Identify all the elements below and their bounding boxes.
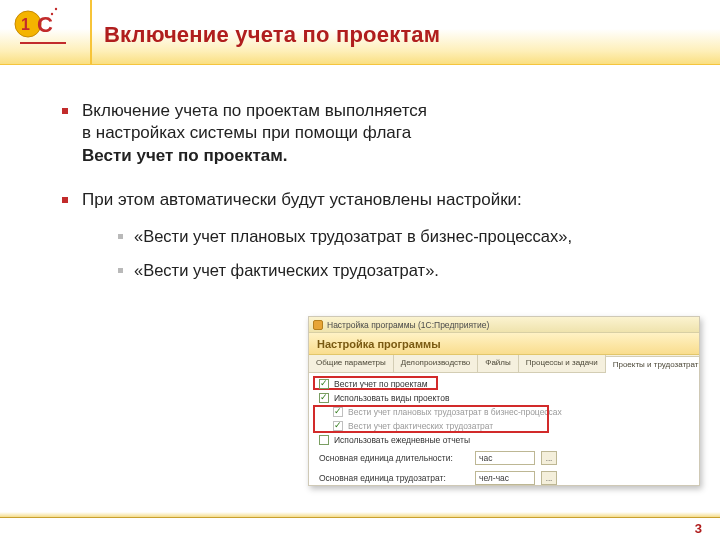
checkbox-label: Вести учет фактических трудозатрат (348, 421, 493, 431)
checkbox-icon (333, 421, 343, 431)
checkbox-project-types[interactable]: Использовать виды проектов (319, 393, 691, 403)
duration-input[interactable]: час (475, 451, 535, 465)
logo-1c: 1 C (14, 6, 74, 56)
labor-input[interactable]: чел-час (475, 471, 535, 485)
svg-point-3 (51, 13, 53, 15)
field-label: Основная единица трудозатрат: (319, 473, 469, 483)
labor-picker-button[interactable]: ... (541, 471, 557, 485)
window-titlebar: Настройка программы (1С:Предприятие) (309, 317, 699, 333)
checkbox-track-projects[interactable]: Вести учет по проектам (319, 379, 691, 389)
header-rule (0, 64, 720, 65)
bullet-1-line-2: в настройках системы при помощи флага (82, 123, 411, 142)
checkbox-label: Использовать виды проектов (334, 393, 449, 403)
header-divider (90, 0, 92, 64)
page-number: 3 (695, 521, 702, 536)
bullet-1-bold: Вести учет по проектам. (82, 146, 288, 165)
field-label: Основная единица длительности: (319, 453, 469, 463)
checkbox-daily-reports[interactable]: Использовать ежедневные отчеты (319, 435, 691, 445)
footer-band (0, 512, 720, 518)
slide-body: Включение учета по проектам выполняется … (54, 100, 690, 303)
duration-picker-button[interactable]: ... (541, 451, 557, 465)
checkbox-icon (319, 435, 329, 445)
settings-panel: Вести учет по проектам Использовать виды… (309, 373, 699, 486)
svg-text:C: C (37, 12, 53, 37)
checkbox-label: Вести учет плановых трудозатрат в бизнес… (348, 407, 562, 417)
bullet-2: При этом автоматически будут установлены… (54, 189, 690, 281)
subbullet-2: «Вести учет фактических трудозатрат». (82, 260, 690, 282)
checkbox-icon (319, 393, 329, 403)
slide: 1 C Включение учета по проектам Включени… (0, 0, 720, 540)
window-title: Настройка программы (1С:Предприятие) (327, 320, 489, 330)
bullet-1: Включение учета по проектам выполняется … (54, 100, 690, 167)
checkbox-actual-labor[interactable]: Вести учет фактических трудозатрат (333, 421, 691, 431)
checkbox-icon (319, 379, 329, 389)
checkbox-planned-labor[interactable]: Вести учет плановых трудозатрат в бизнес… (333, 407, 691, 417)
settings-screenshot: Настройка программы (1С:Предприятие) Нас… (308, 316, 700, 486)
svg-rect-5 (20, 42, 66, 44)
tab-processes[interactable]: Процессы и задачи (519, 355, 606, 372)
bullet-2-line-1: При этом автоматически будут установлены… (82, 190, 522, 209)
checkbox-label: Вести учет по проектам (334, 379, 428, 389)
panel-heading: Настройка программы (309, 333, 699, 355)
checkbox-label: Использовать ежедневные отчеты (334, 435, 470, 445)
field-labor-unit: Основная единица трудозатрат: чел-час ..… (319, 471, 691, 485)
app-icon (313, 320, 323, 330)
subbullet-1: «Вести учет плановых трудозатрат в бизне… (82, 226, 690, 248)
field-duration-unit: Основная единица длительности: час ... (319, 451, 691, 465)
checkbox-icon (333, 407, 343, 417)
svg-point-4 (55, 8, 57, 10)
bullet-1-line-1: Включение учета по проектам выполняется (82, 101, 427, 120)
slide-title: Включение учета по проектам (104, 22, 440, 48)
tab-docflow[interactable]: Делопроизводство (394, 355, 479, 372)
tab-general[interactable]: Общие параметры (309, 355, 394, 372)
tab-files[interactable]: Файлы (478, 355, 518, 372)
tab-bar: Общие параметры Делопроизводство Файлы П… (309, 355, 699, 373)
tab-projects[interactable]: Проекты и трудозатраты (606, 356, 700, 373)
svg-text:1: 1 (21, 16, 30, 33)
